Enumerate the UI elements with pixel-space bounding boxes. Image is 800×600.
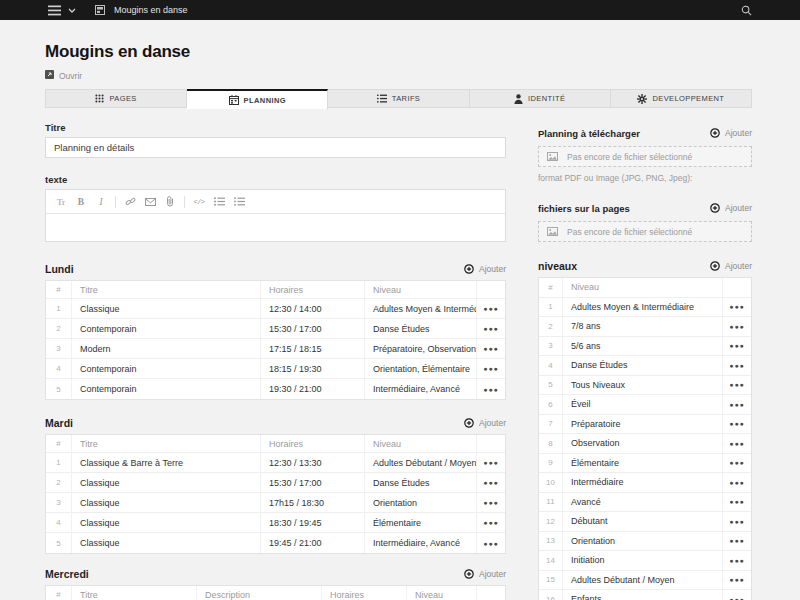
table-row: 14Initiation●●● <box>539 551 751 571</box>
link-icon[interactable] <box>121 193 139 211</box>
row-cell: Classique <box>72 473 261 492</box>
levels-section: niveaux Ajouter #Niveau 1Adultes Moyen &… <box>538 258 752 600</box>
table-header-row: #TitreHorairesNiveau <box>46 281 505 299</box>
add-page-file-button[interactable]: Ajouter <box>710 203 752 213</box>
row-actions-button[interactable]: ●●● <box>723 337 751 356</box>
row-actions-button[interactable]: ●●● <box>477 453 505 472</box>
row-actions-button[interactable]: ●●● <box>477 493 505 512</box>
tab-identite[interactable]: IDENTITÉ <box>470 90 611 107</box>
tab-planning[interactable]: PLANNING <box>187 89 328 109</box>
row-actions-button[interactable]: ●●● <box>723 454 751 473</box>
column-header: # <box>46 586 72 600</box>
row-cell: Contemporain <box>72 359 261 378</box>
tab-tarifs[interactable]: TARIFS <box>328 90 469 107</box>
open-site-link[interactable]: Ouvrir <box>45 70 82 81</box>
row-index: 1 <box>46 299 72 318</box>
row-cell: Orientation <box>365 493 477 512</box>
add-row-button[interactable]: Ajouter <box>464 418 506 428</box>
row-actions-button[interactable]: ●●● <box>723 298 751 317</box>
add-row-button[interactable]: Ajouter <box>464 569 506 579</box>
row-cell: Enfants <box>563 590 723 600</box>
row-actions-button[interactable]: ●●● <box>723 317 751 336</box>
column-header-actions <box>723 278 751 297</box>
page-files-title: fichiers sur la pages <box>538 203 630 214</box>
row-index: 5 <box>46 533 72 553</box>
row-actions-button[interactable]: ●●● <box>723 356 751 375</box>
row-actions-button[interactable]: ●●● <box>477 379 505 399</box>
attachment-icon[interactable] <box>161 193 179 211</box>
row-cell: 15:30 / 17:00 <box>261 473 365 492</box>
table-row: 4Danse Études●●● <box>539 356 751 376</box>
row-actions-button[interactable]: ●●● <box>723 376 751 395</box>
hamburger-menu-icon[interactable] <box>48 5 61 16</box>
row-actions-button[interactable]: ●●● <box>723 571 751 590</box>
search-icon[interactable] <box>741 5 752 16</box>
row-cell: Initiation <box>563 551 723 570</box>
main-column: Titre texte TrBI</> Lundi Ajouter #Titre… <box>45 109 506 600</box>
row-cell: Classique <box>72 533 261 553</box>
row-cell: 12:30 / 13:30 <box>261 453 365 472</box>
row-actions-button[interactable]: ●●● <box>723 512 751 531</box>
table-row: 2Classique15:30 / 17:00Danse Études●●● <box>46 473 505 493</box>
planning-file-field[interactable]: Pas encore de fichier sélectionné <box>538 146 752 167</box>
row-index: 5 <box>539 376 563 395</box>
file-placeholder: Pas encore de fichier sélectionné <box>567 152 692 162</box>
column-header: Horaires <box>322 586 407 600</box>
site-icon <box>95 5 105 15</box>
row-cell: 5/6 ans <box>563 337 723 356</box>
row-index: 14 <box>539 551 563 570</box>
row-actions-button[interactable]: ●●● <box>477 533 505 553</box>
page-title: Mougins en danse <box>45 42 190 62</box>
bold-icon[interactable]: B <box>72 193 90 211</box>
bullet-list-icon[interactable] <box>210 193 228 211</box>
planning-icon <box>229 95 239 105</box>
image-icon <box>547 227 558 236</box>
row-index: 2 <box>46 319 72 338</box>
row-actions-button[interactable]: ●●● <box>723 473 751 492</box>
top-bar: Mougins en danse <box>0 0 800 20</box>
editor-toolbar: TrBI</> <box>46 190 505 214</box>
ordered-list-icon[interactable] <box>230 193 248 211</box>
row-actions-button[interactable]: ●●● <box>477 473 505 492</box>
tab-pages[interactable]: PAGES <box>46 90 187 107</box>
row-actions-button[interactable]: ●●● <box>723 395 751 414</box>
add-row-button[interactable]: Ajouter <box>464 264 506 274</box>
add-label: Ajouter <box>479 569 506 579</box>
row-actions-button[interactable]: ●●● <box>477 319 505 338</box>
title-input[interactable] <box>45 137 506 158</box>
row-index: 10 <box>539 473 563 492</box>
editor-content[interactable] <box>46 214 505 241</box>
row-actions-button[interactable]: ●●● <box>477 299 505 318</box>
mail-icon[interactable] <box>141 193 159 211</box>
add-planning-file-button[interactable]: Ajouter <box>710 128 752 138</box>
row-cell: 17:15 / 18:15 <box>261 339 365 358</box>
row-cell: Adultes Débutant / Moyen <box>365 453 477 472</box>
italic-icon[interactable]: I <box>92 193 110 211</box>
image-icon <box>547 152 558 161</box>
row-actions-button[interactable]: ●●● <box>477 513 505 532</box>
code-icon[interactable]: </> <box>190 193 208 211</box>
row-cell: Débutant <box>563 512 723 531</box>
row-actions-button[interactable]: ●●● <box>477 339 505 358</box>
row-cell: Contemporain <box>72 319 261 338</box>
row-index: 4 <box>46 359 72 378</box>
table-row: 2Contemporain15:30 / 17:00Danse Études●●… <box>46 319 505 339</box>
plus-circle-icon <box>710 128 720 138</box>
table-row: 12Débutant●●● <box>539 512 751 532</box>
add-level-button[interactable]: Ajouter <box>710 261 752 271</box>
row-actions-button[interactable]: ●●● <box>723 493 751 512</box>
row-actions-button[interactable]: ●●● <box>723 434 751 453</box>
table-row: 5Contemporain19:30 / 21:00Intermédiaire,… <box>46 379 505 399</box>
tab-developpement[interactable]: DEVELOPPEMENT <box>611 90 751 107</box>
chevron-down-icon[interactable] <box>68 8 76 13</box>
page-file-field[interactable]: Pas encore de fichier sélectionné <box>538 221 752 242</box>
tab-label: IDENTITÉ <box>528 94 565 103</box>
row-actions-button[interactable]: ●●● <box>723 415 751 434</box>
row-index: 1 <box>46 453 72 472</box>
row-actions-button[interactable]: ●●● <box>477 359 505 378</box>
row-actions-button[interactable]: ●●● <box>723 532 751 551</box>
row-actions-button[interactable]: ●●● <box>723 551 751 570</box>
text-style-icon[interactable]: Tr <box>52 193 70 211</box>
table-row: 11Avancé●●● <box>539 493 751 513</box>
row-actions-button[interactable]: ●●● <box>723 590 751 600</box>
